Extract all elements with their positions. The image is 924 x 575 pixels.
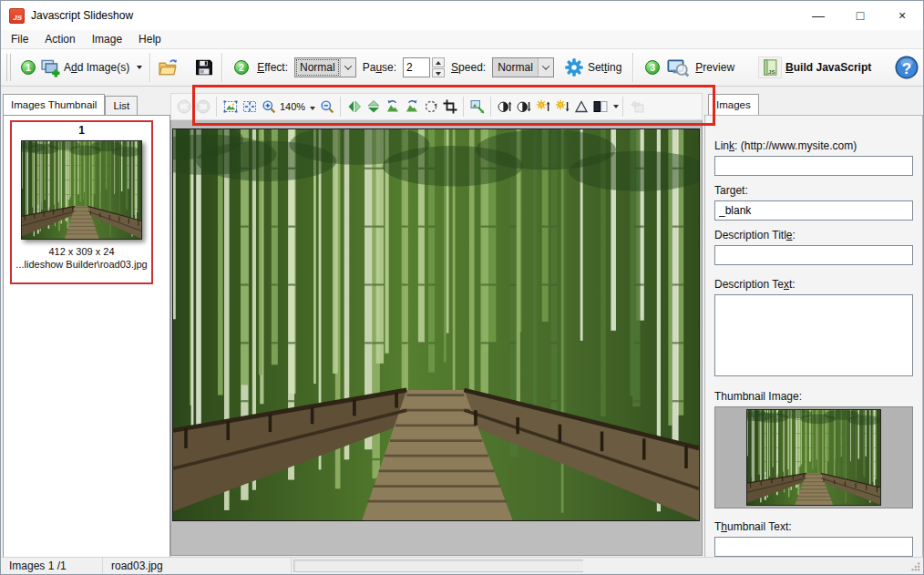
gear-icon[interactable] <box>564 57 584 77</box>
add-images-button[interactable]: Add Image(s) <box>64 61 129 74</box>
status-bar: Images 1 /1 road03.jpg <box>1 557 923 574</box>
left-panel: Images ThumbnailList 1 412 x 309 x 24 ..… <box>3 88 170 558</box>
spin-up-icon[interactable] <box>432 57 445 67</box>
zoom-level-dropdown[interactable]: 140% <box>280 101 315 112</box>
svg-text:JS: JS <box>768 68 775 75</box>
thumbnail-item[interactable]: 1 412 x 309 x 24 ...lideshow Builder\roa… <box>10 120 153 284</box>
link-label: Link: (http://www.mysite.com) <box>714 139 913 152</box>
minimize-button[interactable]: — <box>797 1 839 30</box>
target-label: Target: <box>714 184 913 197</box>
brightness-down-button[interactable] <box>553 98 570 116</box>
thumbnail-filepath: ...lideshow Builder\road03.jpg <box>12 258 151 271</box>
tab-images[interactable]: Images <box>708 94 759 115</box>
effect-dropdown[interactable]: Normal <box>294 57 356 77</box>
app-logo-js-icon: JS <box>9 8 25 24</box>
speed-dropdown[interactable]: Normal <box>492 57 554 77</box>
speed-value: Normal <box>493 58 538 77</box>
close-button[interactable]: × <box>881 1 923 30</box>
thumbnail-text-label: Thumbnail Text: <box>714 520 913 533</box>
link-input[interactable] <box>714 156 913 176</box>
main-image[interactable] <box>172 128 700 521</box>
color-adjust-dropdown-caret-icon[interactable] <box>613 105 619 108</box>
image-properties-form: Link: (http://www.mysite.com) Target: De… <box>704 115 923 558</box>
contrast-up-button[interactable] <box>496 98 513 116</box>
status-filename: road03.jpg <box>103 558 292 574</box>
flip-horizontal-button[interactable] <box>345 98 363 116</box>
setting-button[interactable]: Setting <box>588 61 621 74</box>
add-images-dropdown-caret-icon[interactable] <box>137 66 142 69</box>
resize-button[interactable] <box>468 98 486 116</box>
zoom-out-button[interactable] <box>318 98 335 116</box>
menu-file[interactable]: File <box>3 31 36 47</box>
chevron-down-icon[interactable] <box>340 58 355 77</box>
toolbar-separator <box>622 97 623 117</box>
fit-window-button[interactable] <box>241 98 258 116</box>
step-2-badge: 2 <box>234 60 249 75</box>
thumbnail-image[interactable] <box>21 140 142 240</box>
toolbar-separator <box>221 53 222 82</box>
effect-label: Effect: <box>257 61 288 74</box>
revert-image-button[interactable] <box>628 98 645 116</box>
flip-vertical-button[interactable] <box>364 98 382 116</box>
build-javascript-icon[interactable]: JS <box>758 56 782 78</box>
zoom-level-value: 140% <box>280 101 305 112</box>
left-panel-tabs: Images ThumbnailList <box>3 94 170 115</box>
description-title-input[interactable] <box>714 245 913 265</box>
preview-icon[interactable] <box>664 56 692 78</box>
chevron-down-icon[interactable] <box>310 107 315 110</box>
menu-help[interactable]: Help <box>130 31 169 47</box>
crop-button[interactable] <box>441 98 458 116</box>
fit-image-button[interactable] <box>221 98 239 116</box>
add-images-icon[interactable] <box>40 57 60 77</box>
svg-text:?: ? <box>902 60 911 77</box>
brightness-up-button[interactable] <box>534 98 551 116</box>
pause-input[interactable] <box>403 57 430 77</box>
thumbnail-dimensions: 412 x 309 x 24 <box>12 245 151 258</box>
rotate-left-button[interactable] <box>384 98 401 116</box>
spin-down-icon[interactable] <box>432 68 445 78</box>
thumbnail-list: 1 412 x 309 x 24 ...lideshow Builder\roa… <box>3 115 170 558</box>
chevron-down-icon[interactable] <box>538 58 553 77</box>
menu-action[interactable]: Action <box>36 31 83 47</box>
next-image-button[interactable] <box>194 98 211 116</box>
help-icon[interactable]: ? <box>895 56 919 79</box>
thumbnail-preview-image <box>746 409 881 506</box>
thumbnail-text-input[interactable] <box>714 537 913 557</box>
free-rotate-button[interactable] <box>422 98 439 116</box>
target-input[interactable] <box>714 200 913 221</box>
step-1-badge: 1 <box>21 60 36 75</box>
effect-value: Normal <box>295 58 340 77</box>
application-window: JS Javascript Slideshow — □ × File Actio… <box>0 0 924 575</box>
sharpen-button[interactable] <box>572 98 590 116</box>
toolbar-separator <box>490 97 491 117</box>
tab-images-thumbnail[interactable]: Images Thumbnail <box>3 94 105 115</box>
thumbnail-preview-box <box>714 406 913 508</box>
resize-grip[interactable] <box>910 561 921 572</box>
status-image-count: Images 1 /1 <box>1 558 103 574</box>
tab-list[interactable]: List <box>105 96 138 115</box>
image-edit-toolbar: 140% <box>170 93 703 120</box>
image-canvas <box>170 120 703 556</box>
right-panel: Images Link: (http://www.mysite.com) Tar… <box>704 88 923 558</box>
zoom-in-button[interactable] <box>260 98 277 116</box>
thumbnail-index: 1 <box>12 123 151 139</box>
menu-image[interactable]: Image <box>84 31 130 47</box>
contrast-down-button[interactable] <box>515 98 532 116</box>
thumbnail-image-label: Thumbnail Image: <box>714 390 913 403</box>
maximize-button[interactable]: □ <box>839 1 881 30</box>
pause-spinner <box>403 57 445 77</box>
window-controls: — □ × <box>797 1 923 30</box>
save-project-button[interactable] <box>194 57 214 77</box>
window-title: Javascript Slideshow <box>31 9 133 22</box>
preview-button[interactable]: Preview <box>695 61 734 74</box>
open-project-button[interactable] <box>158 57 178 77</box>
description-text-input[interactable] <box>714 294 913 376</box>
description-text-label: Description Text: <box>714 278 913 291</box>
rotate-right-button[interactable] <box>403 98 420 116</box>
color-adjust-button[interactable] <box>591 98 609 116</box>
title-bar: JS Javascript Slideshow — □ × <box>1 1 923 30</box>
build-javascript-button[interactable]: Build JavaScript <box>785 61 871 74</box>
step-3-badge: 3 <box>645 60 660 75</box>
toolbar-separator <box>149 53 150 82</box>
previous-image-button[interactable] <box>175 98 192 116</box>
